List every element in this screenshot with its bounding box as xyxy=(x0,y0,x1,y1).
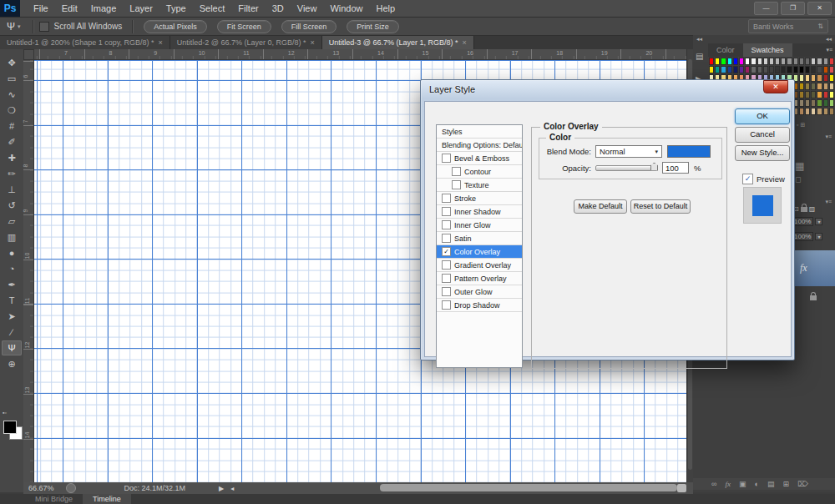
color-swatch[interactable] xyxy=(721,58,726,65)
clone-stamp-tool[interactable]: ⊥ xyxy=(2,182,22,197)
color-swatch[interactable] xyxy=(823,58,828,65)
selected-layer-row[interactable]: fx xyxy=(793,250,835,286)
ok-button[interactable]: OK xyxy=(735,108,790,124)
fill-screen-button[interactable]: Fill Screen xyxy=(281,20,337,33)
color-swatch[interactable] xyxy=(829,99,834,107)
document-tab-3[interactable]: Untitled-3 @ 66.7% (Layer 1, RGB/8) *× xyxy=(322,36,474,49)
eyedropper-tool[interactable]: ✐ xyxy=(2,134,22,149)
tab-close-icon[interactable]: × xyxy=(159,38,163,47)
color-swatch[interactable] xyxy=(829,108,834,115)
style-checkbox[interactable] xyxy=(442,207,451,216)
color-swatch[interactable] xyxy=(823,108,828,115)
color-swatch[interactable] xyxy=(817,108,822,115)
color-swatch[interactable] xyxy=(757,58,762,65)
style-item-contour[interactable]: Contour xyxy=(437,165,522,179)
color-swatch[interactable] xyxy=(739,58,744,65)
type-tool[interactable]: T xyxy=(2,293,22,308)
color-swatch[interactable] xyxy=(787,58,792,65)
ruler-origin-corner[interactable] xyxy=(23,49,34,60)
panel-menu-icon[interactable]: ▾≡ xyxy=(826,43,835,57)
layer-lock-icons[interactable]: ⊡▨ xyxy=(793,205,815,213)
crop-tool[interactable]: # xyxy=(2,118,22,134)
style-checkbox[interactable] xyxy=(452,180,461,189)
layer-opacity-control[interactable]: 100%▾ xyxy=(792,217,822,226)
menu-file[interactable]: File xyxy=(27,2,55,15)
style-checkbox[interactable] xyxy=(442,287,451,296)
tab-color[interactable]: Color xyxy=(708,43,743,57)
color-swatch[interactable] xyxy=(829,83,834,90)
menu-layer[interactable]: Layer xyxy=(123,2,159,15)
cancel-button[interactable]: Cancel xyxy=(735,127,790,143)
move-tool[interactable]: ✥ xyxy=(2,55,22,70)
fit-screen-button[interactable]: Fit Screen xyxy=(217,20,271,33)
color-swatch[interactable] xyxy=(805,74,810,82)
style-item-texture[interactable]: Texture xyxy=(437,179,522,192)
gradient-tool[interactable]: ▥ xyxy=(2,229,22,244)
tab-close-icon[interactable]: × xyxy=(311,38,315,47)
actual-pixels-button[interactable]: Actual Pixels xyxy=(144,20,207,33)
color-swatch[interactable] xyxy=(817,99,822,107)
panel-menu-icon[interactable]: ▾≡ xyxy=(825,134,832,140)
style-item-inner-glow[interactable]: Inner Glow xyxy=(437,219,522,232)
eraser-tool[interactable]: ▱ xyxy=(2,214,22,229)
color-swatch[interactable] xyxy=(781,58,786,65)
color-swatch[interactable] xyxy=(817,91,822,98)
color-swatch[interactable] xyxy=(799,58,804,65)
path-selection-tool[interactable]: ➤ xyxy=(2,309,22,324)
style-checkbox[interactable] xyxy=(442,220,451,229)
line-tool[interactable]: ∕ xyxy=(2,325,22,340)
hand-tool[interactable]: Ψ xyxy=(2,340,22,355)
layer-mask-icon[interactable]: ▣ xyxy=(739,480,746,488)
color-swatch[interactable] xyxy=(805,91,810,98)
horizontal-scrollbar-thumb[interactable] xyxy=(380,484,677,491)
adjustment-layer-icon[interactable]: ◐ xyxy=(754,480,758,488)
overlay-color-swatch[interactable] xyxy=(667,145,711,158)
menu-view[interactable]: View xyxy=(291,2,324,15)
quick-selection-tool[interactable]: ❍ xyxy=(2,103,22,118)
color-swatch[interactable] xyxy=(823,91,828,98)
color-swatch[interactable] xyxy=(811,66,816,73)
lasso-tool[interactable]: ∿ xyxy=(2,87,22,102)
color-swatch[interactable] xyxy=(715,66,720,73)
color-swatch[interactable] xyxy=(811,99,816,107)
style-item-outer-glow[interactable]: Outer Glow xyxy=(437,285,522,299)
history-brush-tool[interactable]: ↺ xyxy=(2,198,22,213)
color-swatch[interactable] xyxy=(745,58,750,65)
color-swatch[interactable] xyxy=(733,58,738,65)
restore-icon[interactable]: ❐ xyxy=(781,2,805,15)
foreground-color-swatch[interactable] xyxy=(3,421,17,434)
color-swatch[interactable] xyxy=(829,66,834,73)
color-swatch[interactable] xyxy=(811,58,816,65)
color-swatch[interactable] xyxy=(805,66,810,73)
layer-group-icon[interactable]: ▤ xyxy=(767,480,775,488)
layer-style-fx-icon[interactable]: fx xyxy=(725,480,731,488)
styles-grid-icon[interactable]: ▦ xyxy=(795,160,804,172)
style-checkbox[interactable] xyxy=(442,154,451,163)
new-style-button[interactable]: New Style... xyxy=(735,145,790,161)
style-item-styles[interactable]: Styles xyxy=(437,125,522,139)
color-swatch[interactable] xyxy=(817,83,822,90)
color-swatch[interactable] xyxy=(769,66,774,73)
opacity-input[interactable]: 100 xyxy=(662,162,689,174)
color-swatch[interactable] xyxy=(817,74,822,82)
blur-tool[interactable]: ● xyxy=(2,245,22,260)
minimize-icon[interactable]: — xyxy=(754,2,778,15)
color-swatch[interactable] xyxy=(799,74,804,82)
make-default-button[interactable]: Make Default xyxy=(574,199,627,214)
color-swatch[interactable] xyxy=(799,83,804,90)
color-swatch[interactable] xyxy=(817,58,822,65)
color-swatch[interactable] xyxy=(775,66,780,73)
color-swatch[interactable] xyxy=(727,66,732,73)
panel-menu-icon[interactable]: ▾≡ xyxy=(825,199,832,205)
style-checkbox[interactable] xyxy=(442,300,451,310)
tab-close-icon[interactable]: × xyxy=(463,38,467,47)
style-checkbox[interactable]: ✓ xyxy=(442,247,451,256)
menu-edit[interactable]: Edit xyxy=(55,2,84,15)
menu-filter[interactable]: Filter xyxy=(231,2,265,15)
color-swatch[interactable] xyxy=(799,99,804,107)
color-swatch[interactable] xyxy=(781,66,786,73)
zoom-tool[interactable]: ⊕ xyxy=(2,356,22,371)
menu-select[interactable]: Select xyxy=(193,2,232,15)
style-item-color-overlay[interactable]: ✓Color Overlay xyxy=(437,245,522,259)
style-item-stroke[interactable]: Stroke xyxy=(437,192,522,205)
